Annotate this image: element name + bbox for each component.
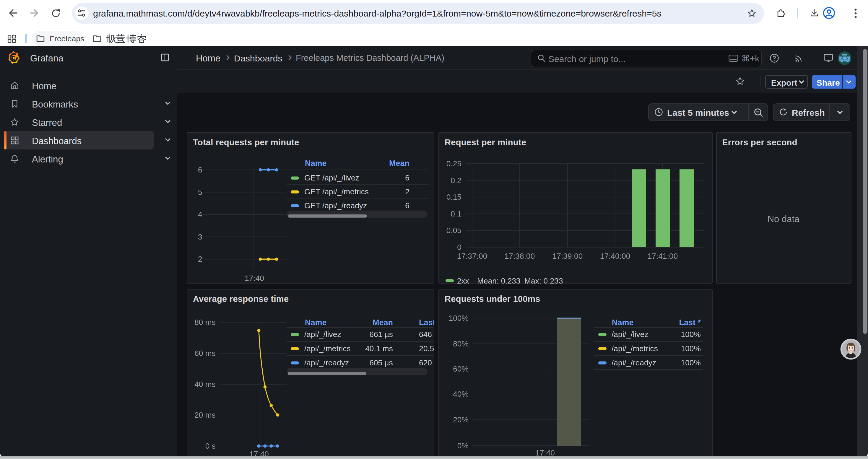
- svg-text:100%: 100%: [681, 358, 701, 367]
- svg-text:20%: 20%: [453, 415, 468, 424]
- svg-text:3: 3: [198, 232, 203, 241]
- svg-text:17:38:00: 17:38:00: [504, 252, 535, 261]
- svg-text:Last *: Last *: [419, 318, 434, 327]
- svg-text:2: 2: [198, 255, 203, 263]
- svg-text:80 ms: 80 ms: [194, 318, 216, 327]
- svg-text:0: 0: [457, 243, 461, 252]
- svg-text:4: 4: [198, 210, 203, 219]
- svg-text:6: 6: [198, 165, 203, 174]
- svg-text:40 ms: 40 ms: [194, 380, 216, 389]
- svg-text:60%: 60%: [453, 364, 468, 373]
- svg-text:Mean: Mean: [373, 318, 393, 327]
- svg-text:0.15: 0.15: [446, 193, 461, 201]
- svg-text:17:39:00: 17:39:00: [552, 252, 583, 261]
- svg-text:/api/_/livez: /api/_/livez: [611, 330, 648, 339]
- svg-text:0.05: 0.05: [446, 226, 461, 235]
- svg-text:GET /api/_/livez: GET /api/_/livez: [304, 173, 359, 182]
- svg-text:Name: Name: [612, 318, 633, 327]
- svg-text:20.5 m: 20.5 m: [419, 344, 434, 353]
- svg-text:646: 646: [419, 330, 432, 339]
- svg-text:GET /api/_/metrics: GET /api/_/metrics: [304, 187, 369, 196]
- svg-text:620: 620: [419, 358, 432, 367]
- svg-text:Name: Name: [305, 159, 327, 168]
- svg-text:0.2: 0.2: [450, 176, 461, 185]
- svg-text:17:41:00: 17:41:00: [647, 252, 678, 261]
- svg-text:Max: 0.233: Max: 0.233: [524, 276, 563, 285]
- svg-text:/api/_/readyz: /api/_/readyz: [304, 358, 349, 367]
- svg-text:100%: 100%: [448, 314, 469, 323]
- svg-text:0 s: 0 s: [205, 441, 216, 451]
- svg-text:0.1: 0.1: [450, 209, 461, 218]
- svg-text:100%: 100%: [681, 344, 701, 353]
- svg-text:5: 5: [198, 188, 203, 197]
- svg-text:40%: 40%: [453, 390, 468, 398]
- svg-text:Mean: Mean: [389, 159, 409, 168]
- svg-text:/api/_/metrics: /api/_/metrics: [304, 344, 351, 353]
- svg-text:GET /api/_/readyz: GET /api/_/readyz: [304, 201, 367, 210]
- svg-text:Last *: Last *: [679, 318, 701, 327]
- svg-text:40.1 ms: 40.1 ms: [365, 344, 393, 353]
- svg-text:6: 6: [405, 173, 409, 182]
- svg-text:60 ms: 60 ms: [194, 349, 216, 358]
- svg-text:17:40:00: 17:40:00: [600, 252, 630, 261]
- svg-text:17:40: 17:40: [245, 274, 264, 283]
- svg-text:/api/_/metrics: /api/_/metrics: [611, 344, 658, 353]
- svg-text:100%: 100%: [681, 330, 701, 339]
- svg-text:6: 6: [405, 201, 409, 210]
- svg-text:661 µs: 661 µs: [369, 330, 393, 339]
- svg-text:Mean: 0.233: Mean: 0.233: [477, 276, 520, 285]
- svg-text:Name: Name: [305, 318, 327, 327]
- svg-text:17:37:00: 17:37:00: [457, 252, 487, 261]
- svg-text:2: 2: [405, 187, 409, 196]
- svg-text:605 µs: 605 µs: [369, 358, 393, 367]
- svg-text:/api/_/livez: /api/_/livez: [304, 330, 341, 339]
- svg-text:/api/_/readyz: /api/_/readyz: [611, 358, 656, 367]
- svg-text:80%: 80%: [453, 339, 468, 348]
- svg-text:2xx: 2xx: [457, 276, 469, 285]
- svg-text:0.25: 0.25: [446, 159, 461, 168]
- svg-text:0%: 0%: [457, 441, 468, 450]
- svg-text:20 ms: 20 ms: [194, 411, 216, 419]
